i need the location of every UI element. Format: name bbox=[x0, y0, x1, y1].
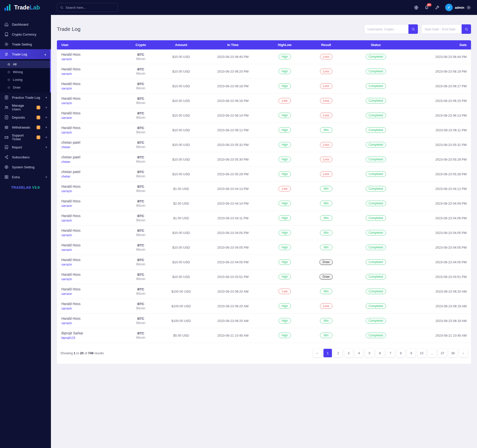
username-link[interactable]: sarrazin bbox=[61, 233, 72, 237]
status-badge: Completed bbox=[366, 54, 386, 59]
topbar: 9+ ✓ admin bbox=[51, 0, 477, 15]
highlow-badge: High bbox=[278, 303, 291, 309]
sidebar-item-trade-setting[interactable]: Trade Setting bbox=[0, 39, 51, 49]
username-link[interactable]: sarrazin bbox=[61, 116, 72, 120]
sidebar-item-support-ticket[interactable]: Support Ticket!▾ bbox=[0, 132, 51, 142]
date-filter-input[interactable] bbox=[421, 24, 462, 34]
crypto-symbol: BTC bbox=[125, 229, 156, 232]
sidebar-item-system-setting[interactable]: System Setting bbox=[0, 162, 51, 172]
highlow-badge: High bbox=[278, 54, 291, 59]
pagination-page-3[interactable]: 3 bbox=[344, 349, 353, 357]
username-link[interactable]: chetan bbox=[61, 160, 70, 164]
alert-badge: ! bbox=[37, 106, 40, 109]
crypto-symbol: BTC bbox=[125, 126, 156, 130]
pagination-next[interactable]: › bbox=[459, 349, 468, 357]
sidebar-item-deposits[interactable]: Deposits!▾ bbox=[0, 112, 51, 122]
username-link[interactable]: biprojit123 bbox=[61, 336, 75, 340]
gear-icon bbox=[4, 42, 9, 47]
username-link[interactable]: sarrazin bbox=[61, 292, 72, 296]
crypto-name: Bitcoin bbox=[125, 72, 156, 75]
tools-wrench-icon[interactable] bbox=[435, 5, 440, 10]
sidebar-item-withdrawals[interactable]: Withdrawals!▾ bbox=[0, 122, 51, 132]
pagination-page-8[interactable]: 8 bbox=[397, 349, 405, 357]
admin-menu[interactable]: ✓ admin bbox=[445, 4, 471, 11]
username-link[interactable]: sarrazin bbox=[61, 57, 72, 61]
username-link[interactable]: sarrazin bbox=[61, 204, 72, 208]
system-icon bbox=[4, 165, 9, 170]
sidebar-item-manage-users[interactable]: Manage Users!▾ bbox=[0, 102, 51, 112]
sidebar-item-dashboard[interactable]: Dashboard bbox=[0, 19, 51, 29]
pagination-page-7[interactable]: 7 bbox=[386, 349, 395, 357]
trade-date: 2023-08-23 04:09 PM bbox=[405, 196, 471, 211]
pagination-page-2[interactable]: 2 bbox=[334, 349, 342, 357]
sidebar-subitem-label: Wining bbox=[13, 70, 23, 74]
trade-amount: $10.00 USD bbox=[160, 64, 202, 79]
column-header-amount: Amount bbox=[160, 40, 202, 49]
result-badge: Win bbox=[320, 230, 332, 235]
topbar-search[interactable] bbox=[57, 3, 118, 12]
sidebar-item-report[interactable]: Report▾ bbox=[0, 142, 51, 152]
sidebar-subitem-wining[interactable]: ⊙Wining bbox=[0, 68, 50, 76]
trade-date: 2023-08-23 06:17 PM bbox=[405, 79, 471, 93]
username-link[interactable]: sarrazin bbox=[61, 219, 72, 222]
pagination-page-4[interactable]: 4 bbox=[355, 349, 363, 357]
username-link[interactable]: sarrazin bbox=[61, 277, 72, 281]
trade-amount: $10.00 USD bbox=[160, 108, 202, 123]
sidebar-item-practice-trade-log[interactable]: Practice Trade Log▾ bbox=[0, 92, 51, 102]
trade-icon bbox=[4, 52, 9, 57]
crypto-name: Bitcoin bbox=[125, 57, 156, 61]
trade-amount: $10.00 USD bbox=[160, 123, 202, 137]
sidebar-item-subscribers[interactable]: Subscribers bbox=[0, 152, 51, 162]
trade-in-time: 2023-08-21 10:45 AM bbox=[202, 328, 264, 343]
date-search-button[interactable] bbox=[462, 24, 471, 34]
pagination-page-37[interactable]: 37 bbox=[438, 349, 447, 357]
pagination-page-6[interactable]: 6 bbox=[376, 349, 384, 357]
username-link[interactable]: sarrazin bbox=[61, 131, 72, 134]
table-row: chetan patelchetanBTCBitcoin$10.00 USD20… bbox=[57, 167, 471, 181]
username-link[interactable]: sarrazin bbox=[61, 321, 72, 325]
username-link[interactable]: sarrazin bbox=[61, 101, 72, 105]
sidebar-item-trade-log[interactable]: Trade Log▴ bbox=[0, 49, 50, 59]
username-link[interactable]: sarrazin bbox=[61, 87, 72, 90]
username-link[interactable]: sarrazin bbox=[61, 72, 72, 76]
crypto-name: Bitcoin bbox=[125, 101, 156, 105]
pagination-ellipsis[interactable]: ... bbox=[428, 349, 436, 357]
username-search-button[interactable] bbox=[408, 24, 418, 34]
table-row: Harald HosssarrazinBTCBitcoin$10.00 USD2… bbox=[57, 240, 471, 255]
globe-icon[interactable] bbox=[414, 5, 419, 10]
username-link[interactable]: chetan bbox=[61, 175, 70, 178]
brand-logo[interactable]: TradeLab bbox=[0, 0, 51, 15]
status-badge: Completed bbox=[366, 83, 386, 89]
username-link[interactable]: chetan bbox=[61, 145, 70, 149]
pagination-page-9[interactable]: 9 bbox=[407, 349, 415, 357]
subscribers-icon bbox=[4, 155, 9, 160]
topbar-search-input[interactable] bbox=[66, 6, 115, 9]
username-link[interactable]: sarrazin bbox=[61, 248, 72, 252]
sidebar-item-label: Trade Log bbox=[12, 52, 41, 56]
sidebar-subitem-losing[interactable]: ⊙Losing bbox=[0, 76, 50, 84]
username-filter-input[interactable] bbox=[364, 24, 408, 34]
highlow-badge: High bbox=[278, 318, 291, 323]
sidebar-subitem-draw[interactable]: ⊙Draw bbox=[0, 84, 50, 91]
username-link[interactable]: sarrazin bbox=[61, 307, 72, 310]
pagination-prev[interactable]: ‹ bbox=[313, 349, 321, 357]
trade-in-time: 2023-08-23 06:45 PM bbox=[202, 49, 264, 64]
sidebar-item-label: Report bbox=[12, 145, 42, 149]
sidebar-item-extra[interactable]: Extra▾ bbox=[0, 172, 51, 182]
pagination-page-5[interactable]: 5 bbox=[365, 349, 374, 357]
user-name: Harald Hoss bbox=[61, 272, 117, 276]
username-link[interactable]: sarrazin bbox=[61, 263, 72, 266]
crypto-name: Bitcoin bbox=[125, 204, 156, 207]
highlow-badge: High bbox=[278, 113, 291, 118]
pagination-page-10[interactable]: 10 bbox=[417, 349, 426, 357]
pagination-page-38[interactable]: 38 bbox=[449, 349, 457, 357]
sidebar-subitem-all[interactable]: ⊙All bbox=[0, 60, 50, 68]
highlow-badge: High bbox=[278, 83, 291, 89]
username-link[interactable]: sarrazin bbox=[61, 189, 72, 193]
sidebar-item-crypto-currency[interactable]: Crypto Currency bbox=[0, 29, 51, 39]
logo-chart-icon bbox=[3, 3, 12, 12]
trade-amount: $10.00 USD bbox=[160, 167, 202, 181]
pagination-page-1[interactable]: 1 bbox=[323, 349, 332, 357]
table-row: chetan patelchetanBTCBitcoin$10.00 USD20… bbox=[57, 152, 471, 167]
notifications-bell-icon[interactable]: 9+ bbox=[424, 5, 429, 10]
